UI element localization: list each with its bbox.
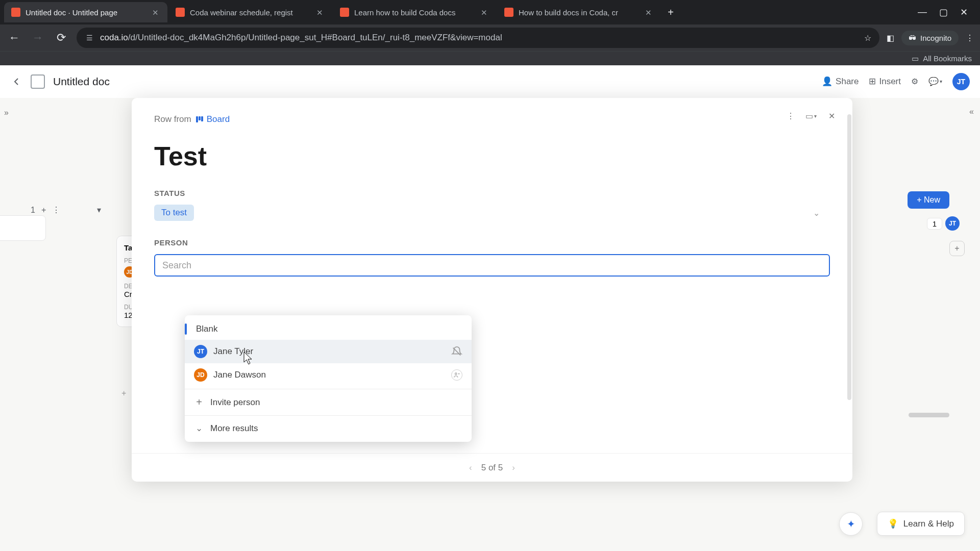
doc-icon bbox=[31, 74, 45, 89]
doc-title[interactable]: Untitled doc bbox=[53, 76, 110, 88]
bell-off-icon[interactable] bbox=[451, 346, 462, 357]
selected-indicator bbox=[185, 323, 187, 335]
close-icon[interactable]: ✕ bbox=[645, 8, 653, 16]
prev-row-button[interactable]: ‹ bbox=[469, 463, 472, 473]
forward-button[interactable]: → bbox=[30, 30, 46, 46]
chevron-down-icon: ⌄ bbox=[813, 208, 820, 218]
dropdown-person-1[interactable]: JD Jane Dawson bbox=[185, 363, 472, 387]
browser-chrome: Untitled doc · Untitled page ✕ Coda webi… bbox=[0, 0, 980, 65]
coda-favicon bbox=[504, 8, 513, 17]
person-name: Jane Tyler bbox=[213, 346, 253, 357]
browser-tab-0[interactable]: Untitled doc · Untitled page ✕ bbox=[4, 2, 167, 22]
status-label: STATUS bbox=[154, 189, 830, 197]
chevron-down-icon: ⌄ bbox=[194, 423, 204, 434]
coda-app: Untitled doc 👤 Share ⊞ Insert ⚙ 💬▾ JT » … bbox=[0, 65, 980, 551]
url-field[interactable]: ☰ coda.io/d/Untitled-doc_dk4MaGh2h6p/Unt… bbox=[77, 28, 879, 48]
add-column-button[interactable]: + bbox=[949, 241, 965, 256]
coda-favicon bbox=[340, 8, 349, 17]
layout-icon: ▭ bbox=[805, 111, 813, 121]
lightbulb-icon: 💡 bbox=[888, 518, 898, 529]
extensions-icon[interactable]: ◧ bbox=[887, 33, 894, 43]
add-person-icon[interactable] bbox=[451, 369, 462, 381]
breadcrumb-board-link[interactable]: Board bbox=[195, 114, 230, 124]
avatar-icon: JT bbox=[194, 345, 207, 358]
svg-rect-2 bbox=[201, 116, 203, 121]
learn-help-label: Learn & Help bbox=[903, 519, 954, 529]
horizontal-scrollbar[interactable] bbox=[909, 413, 949, 417]
browser-tab-3[interactable]: How to build docs in Coda, cr ✕ bbox=[497, 2, 660, 22]
divider bbox=[185, 389, 472, 389]
add-icon[interactable]: + bbox=[41, 206, 46, 215]
close-icon[interactable]: ✕ bbox=[152, 8, 160, 16]
menu-icon[interactable]: ⋮ bbox=[966, 33, 974, 43]
dropdown-invite-person[interactable]: + Invite person bbox=[185, 391, 472, 413]
all-bookmarks-link[interactable]: All Bookmarks bbox=[923, 54, 972, 63]
more-label: More results bbox=[210, 423, 258, 434]
card-text: o design bbox=[0, 223, 38, 233]
tab-bar: Untitled doc · Untitled page ✕ Coda webi… bbox=[0, 0, 980, 24]
share-label: Share bbox=[836, 77, 859, 87]
count-badge: 1 bbox=[927, 218, 942, 230]
column-summary: 1 JT bbox=[927, 216, 960, 231]
browser-tab-1[interactable]: Coda webinar schedule, regist ✕ bbox=[168, 2, 332, 22]
folder-icon: ▭ bbox=[912, 54, 919, 63]
close-icon[interactable]: ✕ bbox=[825, 109, 838, 122]
board-card-left[interactable]: o design bbox=[0, 215, 46, 241]
person-search-input[interactable] bbox=[154, 254, 830, 277]
address-bar: ← → ⟳ ☰ coda.io/d/Untitled-doc_dk4MaGh2h… bbox=[0, 24, 980, 51]
star-icon[interactable]: ☆ bbox=[864, 33, 871, 43]
layout-toggle[interactable]: ▭ ▾ bbox=[804, 109, 818, 122]
share-button[interactable]: 👤 Share bbox=[822, 76, 859, 87]
close-icon[interactable]: ✕ bbox=[481, 8, 489, 16]
close-window-icon[interactable]: ✕ bbox=[960, 7, 968, 18]
back-button[interactable]: ← bbox=[6, 30, 22, 46]
svg-rect-0 bbox=[196, 116, 198, 122]
modal-actions: ⋮ ▭ ▾ ✕ bbox=[784, 109, 838, 122]
tab-title: Untitled doc · Untitled page bbox=[26, 8, 147, 17]
status-field[interactable]: To test ⌄ bbox=[154, 205, 830, 221]
avatar-icon: JD bbox=[194, 368, 207, 382]
insert-label: Insert bbox=[879, 77, 901, 87]
coda-favicon bbox=[176, 8, 185, 17]
row-title[interactable]: Test bbox=[154, 141, 830, 171]
dropdown-person-0[interactable]: JT Jane Tyler bbox=[185, 340, 472, 363]
learn-help-button[interactable]: 💡 Learn & Help bbox=[877, 512, 965, 536]
dropdown-blank-option[interactable]: Blank bbox=[185, 318, 472, 340]
person-icon: 👤 bbox=[822, 76, 832, 87]
incognito-label: Incognito bbox=[920, 34, 951, 42]
chevron-down-icon[interactable]: ▾ bbox=[97, 205, 101, 215]
new-button[interactable]: + New bbox=[908, 191, 949, 209]
kebab-icon[interactable]: ⋮ bbox=[52, 205, 60, 215]
browser-tab-2[interactable]: Learn how to build Coda docs ✕ bbox=[333, 2, 496, 22]
left-panel-toggle[interactable]: » bbox=[4, 108, 9, 117]
maximize-icon[interactable]: ▢ bbox=[939, 7, 948, 18]
column-header: 1 + ⋮ ▾ bbox=[31, 205, 101, 215]
comment-icon[interactable]: 💬▾ bbox=[928, 77, 942, 86]
close-icon[interactable]: ✕ bbox=[316, 8, 325, 16]
kebab-icon[interactable]: ⋮ bbox=[784, 109, 797, 122]
user-avatar[interactable]: JT bbox=[952, 73, 970, 90]
divider bbox=[185, 415, 472, 416]
insert-button[interactable]: ⊞ Insert bbox=[869, 76, 901, 87]
site-settings-icon[interactable]: ☰ bbox=[85, 33, 94, 42]
dropdown-more-results[interactable]: ⌄ More results bbox=[185, 418, 472, 439]
minimize-icon[interactable]: — bbox=[918, 7, 927, 18]
tab-title: Learn how to build Coda docs bbox=[354, 8, 476, 17]
right-panel-toggle[interactable]: « bbox=[969, 107, 974, 116]
doc-back-button[interactable] bbox=[10, 76, 22, 88]
ai-assist-button[interactable]: ✦ bbox=[839, 512, 863, 536]
invite-label: Invite person bbox=[210, 397, 260, 408]
pager-text: 5 of 5 bbox=[481, 463, 503, 473]
new-tab-button[interactable]: + bbox=[662, 3, 680, 21]
incognito-icon: 🕶 bbox=[909, 34, 916, 42]
grid-icon: ⊞ bbox=[869, 76, 876, 87]
modal-scrollbar[interactable] bbox=[847, 114, 851, 400]
add-card-button[interactable]: + bbox=[121, 389, 126, 398]
gear-icon[interactable]: ⚙ bbox=[911, 77, 918, 86]
reload-button[interactable]: ⟳ bbox=[53, 30, 69, 46]
modal-footer: ‹ 5 of 5 › bbox=[132, 453, 852, 482]
person-label: PERSON bbox=[154, 238, 830, 247]
person-dropdown: Blank JT Jane Tyler JD Jane Dawson + Inv… bbox=[185, 315, 472, 442]
incognito-badge[interactable]: 🕶 Incognito bbox=[901, 31, 959, 45]
next-row-button[interactable]: › bbox=[512, 463, 515, 473]
